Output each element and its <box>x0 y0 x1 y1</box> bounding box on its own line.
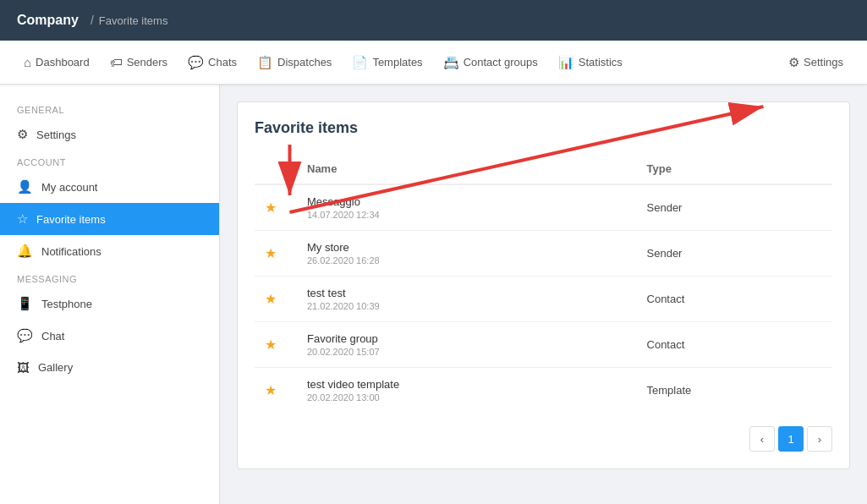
item-date: 26.02.2020 16:28 <box>307 255 627 266</box>
nav-senders[interactable]: 🏷 Senders <box>100 41 178 85</box>
item-name: test video template <box>307 378 627 391</box>
star-icon: ☆ <box>17 211 28 227</box>
item-name: Messaggio <box>307 195 627 208</box>
dispatch-icon: 📋 <box>257 55 273 70</box>
favorite-star-icon: ★ <box>265 200 277 215</box>
type-cell: Contact <box>637 322 832 368</box>
sidebar-item-gallery[interactable]: 🖼 Gallery <box>0 352 219 383</box>
stats-icon: 📊 <box>558 55 574 70</box>
page-title: Favorite items <box>255 119 832 137</box>
name-cell: Messaggio 14.07.2020 12:34 <box>297 184 637 231</box>
nav-dispatches[interactable]: 📋 Dispatches <box>247 41 342 85</box>
breadcrumb-subtitle: Favorite items <box>99 14 168 27</box>
nav-dashboard[interactable]: ⌂ Dashboard <box>14 41 100 85</box>
item-date: 21.02.2020 10:39 <box>307 301 627 311</box>
type-cell: Sender <box>637 231 832 277</box>
favorites-table: Name Type ★ Messaggio 14.07.2020 12:34 S… <box>255 154 832 413</box>
item-date: 14.07.2020 12:34 <box>307 210 627 220</box>
favorite-star-icon: ★ <box>265 292 277 306</box>
nav-chats[interactable]: 💬 Chats <box>178 41 247 85</box>
table-row: ★ test video template 20.02.2020 13:00 T… <box>255 368 832 414</box>
table-row: ★ Messaggio 14.07.2020 12:34 Sender <box>255 184 832 231</box>
type-cell: Contact <box>637 277 832 322</box>
pagination-next[interactable]: › <box>807 426 832 452</box>
name-cell: test test 21.02.2020 10:39 <box>297 277 637 322</box>
col-star <box>255 154 297 184</box>
item-date: 20.02.2020 15:07 <box>307 347 627 357</box>
gear-icon: ⚙ <box>17 127 28 142</box>
sidebar-item-my-account[interactable]: 👤 My account <box>0 171 219 203</box>
bell-icon: 🔔 <box>17 244 33 259</box>
sidebar-item-chat[interactable]: 💬 Chat <box>0 320 219 352</box>
favorite-star-icon: ★ <box>265 246 277 260</box>
section-label-general: General <box>0 98 219 118</box>
item-date: 20.02.2020 13:00 <box>307 392 627 403</box>
name-cell: test video template 20.02.2020 13:00 <box>297 368 637 414</box>
nav-statistics[interactable]: 📊 Statistics <box>548 41 633 85</box>
col-type: Type <box>637 154 832 184</box>
brand-name: Company <box>17 13 79 28</box>
section-label-account: Account <box>0 151 219 171</box>
breadcrumb-separator: / <box>91 14 94 27</box>
item-name: test test <box>307 287 627 299</box>
sidebar-item-testphone[interactable]: 📱 Testphone <box>0 288 219 320</box>
nav-contact-groups[interactable]: 📇 Contact groups <box>433 41 548 85</box>
main-content: Favorite items Name Type ★ Messaggio 14.… <box>220 85 867 504</box>
pagination: ‹ 1 › <box>255 426 832 452</box>
table-row: ★ My store 26.02.2020 16:28 Sender <box>255 231 832 277</box>
nav-templates[interactable]: 📄 Templates <box>342 41 432 85</box>
sidebar: General ⚙ Settings Account 👤 My account … <box>0 85 220 504</box>
topbar: Company / Favorite items <box>0 0 867 41</box>
home-icon: ⌂ <box>24 55 31 69</box>
item-name: Favorite group <box>307 332 627 345</box>
star-cell[interactable]: ★ <box>255 368 297 414</box>
sidebar-item-settings[interactable]: ⚙ Settings <box>0 118 219 151</box>
item-name: My store <box>307 241 627 254</box>
type-cell: Template <box>637 368 832 414</box>
star-cell[interactable]: ★ <box>255 184 297 231</box>
gallery-icon: 🖼 <box>17 360 30 375</box>
chat-icon: 💬 <box>188 55 204 70</box>
sidebar-item-notifications[interactable]: 🔔 Notifications <box>0 235 219 267</box>
name-cell: My store 26.02.2020 16:28 <box>297 231 637 277</box>
nav-settings[interactable]: ⚙ Settings <box>778 41 853 85</box>
phone-icon: 📱 <box>17 296 33 311</box>
type-cell: Sender <box>637 184 832 231</box>
user-icon: 👤 <box>17 179 33 194</box>
col-name: Name <box>297 154 637 184</box>
star-cell[interactable]: ★ <box>255 231 297 277</box>
pagination-current[interactable]: 1 <box>778 426 804 452</box>
template-icon: 📄 <box>352 55 368 70</box>
table-row: ★ test test 21.02.2020 10:39 Contact <box>255 277 832 322</box>
navbar: ⌂ Dashboard 🏷 Senders 💬 Chats 📋 Dispatch… <box>0 41 867 85</box>
tag-icon: 🏷 <box>110 55 123 69</box>
content-card: Favorite items Name Type ★ Messaggio 14.… <box>237 101 850 469</box>
star-cell[interactable]: ★ <box>255 322 297 368</box>
star-cell[interactable]: ★ <box>255 277 297 322</box>
chat-bubble-icon: 💬 <box>17 328 33 343</box>
name-cell: Favorite group 20.02.2020 15:07 <box>297 322 637 368</box>
sidebar-item-favorite-items[interactable]: ☆ Favorite items <box>0 203 219 235</box>
pagination-prev[interactable]: ‹ <box>749 426 775 452</box>
section-label-messaging: Messaging <box>0 267 219 288</box>
gear-icon: ⚙ <box>788 55 799 70</box>
main-layout: General ⚙ Settings Account 👤 My account … <box>0 85 867 504</box>
favorite-star-icon: ★ <box>265 337 277 352</box>
favorite-star-icon: ★ <box>265 383 277 397</box>
contacts-icon: 📇 <box>443 55 459 70</box>
table-row: ★ Favorite group 20.02.2020 15:07 Contac… <box>255 322 832 368</box>
